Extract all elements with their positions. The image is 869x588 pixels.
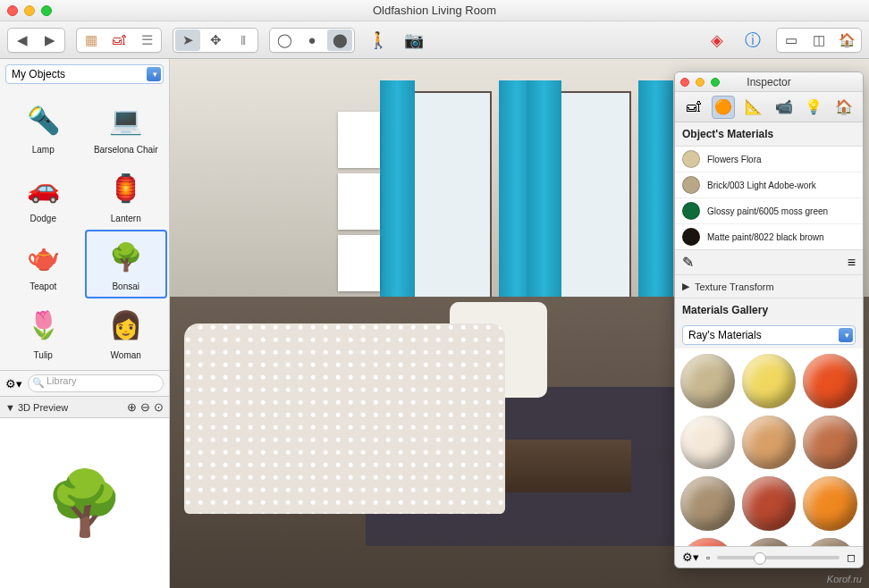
object-thumbnail: 💻 [99, 97, 153, 143]
minimize-button[interactable] [24, 5, 35, 16]
minimize-button[interactable] [696, 78, 704, 87]
material-swatch [682, 150, 700, 168]
materials-gallery-grid [675, 349, 863, 546]
view-mode-group: ▦ 🛋 ☰ [76, 28, 162, 53]
circle-fill-icon[interactable]: ⬤ [327, 29, 352, 51]
object-label: Tulip [34, 350, 53, 360]
tab-camera-icon[interactable]: 📹 [772, 96, 796, 119]
objects-category-dropdown[interactable]: My Objects ▾ [5, 64, 164, 84]
walk-icon[interactable]: 🚶 [366, 29, 391, 51]
object-thumbnail: 🚗 [16, 165, 70, 212]
materials-header: Object's Materials [675, 122, 863, 146]
maximize-button[interactable] [41, 5, 52, 16]
material-sphere[interactable] [803, 538, 857, 546]
object-item[interactable]: 🌷 Tulip [2, 298, 85, 367]
material-sphere[interactable] [742, 538, 797, 546]
tab-light-icon[interactable]: 💡 [802, 96, 825, 119]
material-swatch [682, 176, 700, 194]
object-item[interactable]: 👩 Woman [85, 298, 168, 367]
gallery-header: Materials Gallery [675, 298, 863, 322]
eyedropper-icon[interactable]: ✎ [682, 254, 694, 271]
material-sphere[interactable] [803, 416, 857, 470]
list-icon[interactable]: ☰ [134, 29, 159, 51]
library-search-input[interactable]: Library [28, 374, 164, 392]
forward-button[interactable]: ▶ [38, 29, 63, 51]
home-icon[interactable]: 🏠 [834, 29, 859, 51]
gear-icon[interactable]: ⚙︎▾ [682, 550, 699, 564]
menu-icon[interactable]: ≡ [848, 255, 856, 271]
zoom-in-icon[interactable]: ⊕ [127, 400, 137, 414]
measure-icon[interactable]: ⦀ [231, 29, 256, 51]
material-name: Brick/003 Light Adobe-work [707, 181, 816, 190]
chevron-down-icon: ▾ [845, 331, 849, 340]
material-row[interactable]: Glossy paint/6005 moss green [675, 198, 863, 224]
pan-icon[interactable]: ✥ [203, 29, 228, 51]
tab-furniture-icon[interactable]: 🛋 [682, 96, 705, 119]
gear-icon[interactable]: ⚙︎▾ [5, 377, 22, 391]
materials-tools: ✎ ≡ [675, 250, 863, 275]
circle-small-icon[interactable]: ● [300, 29, 325, 51]
search-placeholder: Library [46, 375, 77, 386]
object-label: Lamp [32, 145, 55, 155]
nav-group: ◀ ▶ [7, 28, 65, 53]
material-sphere[interactable] [680, 354, 735, 408]
gallery-dropdown[interactable]: Ray's Materials ▾ [682, 325, 856, 345]
object-item[interactable]: 💻 Barselona Chair [85, 93, 168, 162]
pointer-icon[interactable]: ➤ [175, 29, 200, 51]
preview-header: ▼ 3D Preview ⊕ ⊖ ⊙ [0, 396, 169, 418]
tab-material-icon[interactable]: 🟠 [712, 96, 735, 119]
thumbnail-size-slider[interactable] [717, 556, 839, 559]
room-window [408, 91, 492, 323]
window-controls [7, 5, 52, 16]
thumb-small-icon[interactable]: ▫ [706, 551, 710, 564]
object-item[interactable]: 🚗 Dodge [2, 162, 85, 231]
material-name: Glossy paint/6005 moss green [707, 206, 828, 216]
layout-2d-icon[interactable]: ▭ [779, 29, 804, 51]
render-icon[interactable]: ◈ [704, 29, 730, 51]
camera-icon[interactable]: 📷 [401, 29, 426, 51]
object-label: Dodge [30, 214, 56, 223]
close-button[interactable] [680, 78, 689, 87]
close-button[interactable] [7, 5, 18, 16]
material-sphere[interactable] [742, 354, 797, 408]
layout-split-icon[interactable]: ◫ [806, 29, 831, 51]
material-sphere[interactable] [803, 476, 857, 531]
object-item[interactable]: 🫖 Teapot [2, 230, 85, 298]
maximize-button[interactable] [711, 78, 720, 87]
room-curtain [638, 80, 673, 334]
room-curtain [527, 80, 561, 334]
inspector-titlebar[interactable]: Inspector [675, 72, 863, 92]
object-thumbnail: 🫖 [16, 233, 70, 280]
tab-ruler-icon[interactable]: 📐 [742, 96, 765, 119]
texture-transform-disclosure[interactable]: ▶ Texture Transform [675, 275, 863, 298]
material-row[interactable]: Matte paint/8022 black brown [675, 224, 863, 249]
preview-disclosure[interactable]: ▼ 3D Preview [5, 402, 68, 413]
material-sphere[interactable] [680, 538, 735, 546]
material-sphere[interactable] [680, 476, 735, 531]
object-item[interactable]: 🔦 Lamp [2, 93, 85, 162]
back-button[interactable]: ◀ [10, 29, 35, 51]
zoom-out-icon[interactable]: ⊖ [140, 400, 150, 414]
material-sphere[interactable] [803, 354, 857, 408]
furniture-icon[interactable]: 🛋 [106, 29, 131, 51]
tab-house-icon[interactable]: 🏠 [832, 96, 856, 119]
object-item[interactable]: 🏮 Lantern [85, 162, 168, 231]
material-sphere[interactable] [742, 416, 797, 470]
inspector-tabs: 🛋 🟠 📐 📹 💡 🏠 [675, 92, 863, 122]
circle-outline-icon[interactable]: ◯ [272, 29, 297, 51]
object-item[interactable]: 🌳 Bonsai [85, 230, 168, 298]
floor-plan-icon[interactable]: ▦ [79, 29, 104, 51]
main-toolbar: ◀ ▶ ▦ 🛋 ☰ ➤ ✥ ⦀ ◯ ● ⬤ 🚶 📷 ◈ ⓘ ▭ ◫ 🏠 [0, 21, 869, 59]
library-sidebar: My Objects ▾ 🔦 Lamp💻 Barselona Chair🚗 Do… [0, 59, 170, 588]
preview-3d-viewport[interactable]: 🌳 [0, 418, 169, 588]
material-row[interactable]: Flowers Flora [675, 147, 863, 172]
material-sphere[interactable] [742, 476, 797, 531]
material-row[interactable]: Brick/003 Light Adobe-work [675, 172, 863, 198]
material-swatch [682, 228, 700, 246]
zoom-fit-icon[interactable]: ⊙ [154, 400, 164, 414]
material-sphere[interactable] [680, 416, 735, 470]
info-icon[interactable]: ⓘ [740, 29, 765, 51]
thumb-large-icon[interactable]: ◻ [847, 551, 856, 564]
objects-grid: 🔦 Lamp💻 Barselona Chair🚗 Dodge🏮 Lantern🫖… [0, 89, 169, 370]
library-footer: ⚙︎▾ Library [0, 370, 169, 396]
